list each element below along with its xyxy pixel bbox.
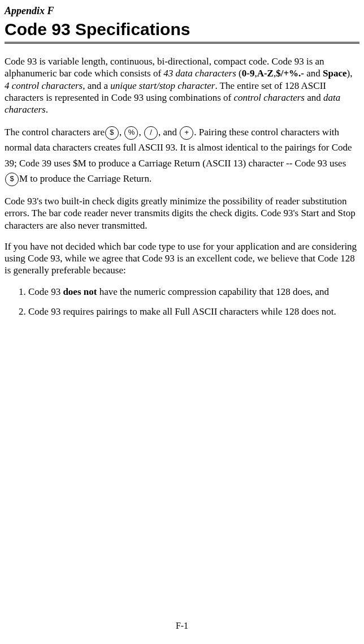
text: and	[304, 68, 323, 79]
text-bold: A-Z	[257, 68, 274, 79]
text: M to produce the Carriage Return.	[19, 173, 151, 184]
text: .	[46, 104, 48, 115]
text: The control characters are	[5, 127, 105, 138]
text: , and a	[83, 80, 110, 91]
text: (	[236, 68, 242, 79]
text-bold: 0-9	[242, 68, 255, 79]
text: ,	[119, 127, 124, 138]
text-bold: Space	[323, 68, 347, 79]
paragraph-control-chars: The control characters are$, %, /, and +…	[5, 124, 359, 186]
list-item: Code 93 requires pairings to make all Fu…	[28, 306, 359, 317]
text-italic: unique start/stop character	[110, 80, 215, 91]
text-bold: $/+%.-	[276, 68, 304, 79]
text-italic: 4 control characters	[5, 80, 83, 91]
appendix-label: Appendix F	[5, 5, 359, 18]
slash-circle-icon: /	[144, 126, 158, 140]
page-container: Appendix F Code 93 Specifications Code 9…	[5, 5, 359, 638]
page-title: Code 93 Specifications	[5, 19, 359, 40]
paragraph-check-digits: Code 93's two built-in check digits grea…	[5, 195, 359, 231]
list-item: Code 93 does not have the numeric compre…	[28, 286, 359, 298]
text: have the numeric compression capability …	[97, 286, 329, 297]
percent-circle-icon: %	[124, 126, 138, 140]
text: Code 93	[28, 286, 63, 297]
text: , and	[158, 127, 179, 138]
text: and	[305, 92, 323, 103]
plus-circle-icon: +	[180, 126, 193, 140]
text-italic: control characters	[234, 92, 305, 103]
paragraph-preference: If you have not decided which bar code t…	[5, 241, 359, 277]
title-divider	[5, 42, 359, 45]
dollar-circle-icon: $	[105, 126, 119, 140]
dollar-circle-icon: $	[5, 173, 19, 186]
text-italic: 43 data characters	[163, 68, 236, 79]
text: ,	[138, 127, 144, 138]
text: ),	[347, 68, 353, 79]
reasons-list: Code 93 does not have the numeric compre…	[18, 286, 359, 318]
page-number: F-1	[5, 620, 359, 632]
paragraph-intro: Code 93 is variable length, continuous, …	[5, 55, 359, 115]
text-bold: does not	[63, 286, 97, 297]
